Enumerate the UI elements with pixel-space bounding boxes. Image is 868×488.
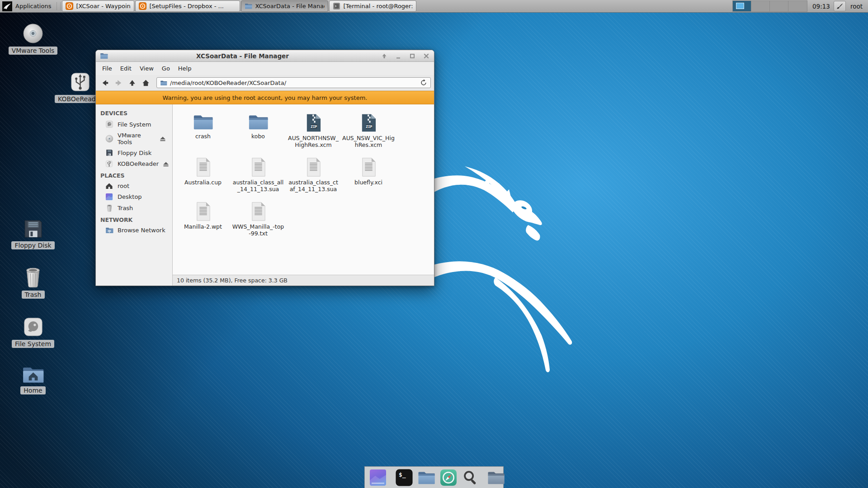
status-bar: 10 items (35.2 MB), Free space: 3.3 GB — [173, 275, 434, 286]
desktop-icon-floppy-disk[interactable]: Floppy Disk — [11, 219, 55, 249]
workspace-switcher — [732, 0, 807, 12]
file-name: AUS_NORTHNSW_HighRes.xcm — [287, 135, 340, 148]
file-item[interactable]: crash — [175, 108, 231, 152]
forward-button[interactable] — [113, 77, 125, 89]
brush-applet-button[interactable] — [834, 1, 846, 11]
file-name: australia_class_ctaf_14_11_13.sua — [287, 179, 340, 192]
file-name: AUS_NSW_VIC_HighRes.xcm — [342, 135, 395, 148]
desktop-icon-vmware-tools[interactable]: VMware Tools — [11, 23, 55, 55]
maximize-button[interactable] — [409, 52, 416, 60]
floppy-icon — [23, 219, 43, 239]
reload-button[interactable] — [420, 79, 427, 86]
home-button[interactable] — [140, 77, 152, 89]
file-name: Australia.cup — [184, 179, 222, 186]
taskbar-button-terminal[interactable]: [Terminal - root@Roger: ~] — [329, 0, 416, 12]
trash-icon — [24, 267, 42, 288]
sidebar-item-trash[interactable]: Trash — [96, 202, 172, 214]
sidebar-item-koboereader[interactable]: KOBOeReader — [96, 158, 172, 169]
desktop-icon-label: VMware Tools — [9, 47, 58, 55]
desktop-icon-home[interactable]: Home — [11, 365, 55, 394]
file-item[interactable]: australia_class_all_14_11_13.sua — [231, 152, 286, 197]
file-item[interactable]: Australia.cup — [175, 152, 231, 197]
eject-button[interactable] — [160, 136, 166, 141]
workspace-1[interactable] — [733, 1, 751, 11]
dock-terminal-button[interactable] — [395, 469, 413, 487]
minimize-button[interactable] — [395, 52, 402, 60]
menu-help[interactable]: Help — [174, 63, 196, 74]
workspace-window-preview — [736, 3, 744, 9]
clock[interactable]: 09:13 — [809, 0, 834, 12]
taskbar-button-setupfiles[interactable]: [SetupFiles - Dropbox - ... — [135, 0, 240, 12]
file-item[interactable]: australia_class_ctaf_14_11_13.sua — [286, 152, 341, 197]
root-warning-banner: Warning, you are using the root account,… — [96, 91, 434, 104]
path-input[interactable] — [170, 80, 417, 86]
shade-button[interactable] — [381, 52, 388, 60]
desktop-settings-icon — [369, 469, 387, 487]
window-titlebar[interactable]: XCSoarData - File Manager — [96, 50, 434, 62]
dock-browser-button[interactable] — [439, 469, 458, 487]
sidebar-header-network: NETWORK — [96, 214, 172, 225]
desktop-icon-file-system[interactable]: File System — [11, 316, 55, 348]
search-icon — [462, 469, 479, 486]
close-button[interactable] — [423, 52, 430, 60]
dock-search-button[interactable] — [462, 469, 479, 487]
taskbar-button-xcsoar[interactable]: [XCSoar - Waypoint Dow... — [62, 0, 134, 12]
sidebar-header-places: PLACES — [96, 169, 172, 181]
menu-file[interactable]: File — [98, 63, 116, 74]
desktop-icon — [105, 193, 113, 201]
text-file-icon — [360, 157, 377, 177]
sidebar-header-devices: DEVICES — [96, 107, 172, 118]
applications-menu-button[interactable]: Applications — [0, 0, 56, 12]
sidebar-item-desktop[interactable]: Desktop — [96, 191, 172, 202]
menu-go[interactable]: Go — [158, 63, 174, 74]
desktop: Applications [XCSoar - Waypoint Dow... [… — [0, 0, 868, 488]
zip-file-icon — [360, 113, 377, 133]
dock-folder-button[interactable] — [487, 469, 505, 487]
file-name: WWS_Manilla_-top-99.txt — [232, 223, 284, 237]
eject-button[interactable] — [163, 161, 169, 167]
file-item[interactable]: Manilla-2.wpt — [175, 197, 231, 241]
sidebar-item-floppy-disk[interactable]: Floppy Disk — [96, 147, 172, 158]
file-item[interactable]: AUS_NORTHNSW_HighRes.xcm — [286, 108, 341, 152]
sidebar-item-browse-network[interactable]: Browse Network — [96, 225, 172, 235]
top-panel: Applications [XCSoar - Waypoint Dow... [… — [0, 0, 868, 13]
sidebar-item-vmware-tools[interactable]: VMware Tools — [96, 130, 172, 147]
file-item[interactable]: bluefly.xci — [341, 152, 396, 197]
home-icon — [105, 183, 113, 189]
xcsoar-icon — [139, 2, 146, 10]
file-item[interactable]: WWS_Manilla_-top-99.txt — [231, 197, 286, 241]
usb-drive-icon — [70, 71, 91, 93]
workspace-4[interactable] — [788, 1, 807, 11]
sidebar-item-file-system[interactable]: File System — [96, 118, 172, 130]
applications-menu-label: Applications — [15, 3, 51, 9]
browser-icon — [439, 469, 458, 487]
taskbar-button-label: [Terminal - root@Roger: ~] — [343, 3, 413, 9]
file-item[interactable]: kobo — [231, 108, 286, 152]
file-name: kobo — [251, 133, 265, 140]
menu-edit[interactable]: Edit — [116, 63, 136, 74]
workspace-3[interactable] — [770, 1, 788, 11]
folder-icon — [193, 113, 213, 131]
taskbar-button-label: [XCSoar - Waypoint Dow... — [76, 3, 131, 9]
sidebar-item-root[interactable]: root — [96, 181, 172, 191]
back-button[interactable] — [99, 77, 111, 89]
menu-view[interactable]: View — [136, 63, 158, 74]
dock-desktop-settings-button[interactable] — [369, 469, 387, 487]
dock-file-manager-button[interactable] — [417, 469, 435, 487]
text-file-icon — [250, 202, 267, 221]
desktop-icon-trash[interactable]: Trash — [11, 267, 55, 299]
kali-logo-icon — [2, 1, 12, 11]
text-file-icon — [250, 157, 267, 177]
network-folder-icon — [105, 227, 113, 234]
file-view[interactable]: crash kobo AUS_NORTHNSW_HighRes.xcm — [173, 104, 434, 275]
taskbar-button-file-manager[interactable]: XCSoarData - File Manager — [241, 0, 328, 12]
path-bar[interactable] — [156, 77, 431, 88]
path-folder-icon — [160, 80, 167, 86]
file-item[interactable]: AUS_NSW_VIC_HighRes.xcm — [341, 108, 396, 152]
terminal-icon — [333, 2, 340, 10]
sidebar-item-label: File System — [118, 121, 151, 128]
up-button[interactable] — [126, 77, 138, 89]
file-name: bluefly.xci — [354, 179, 382, 186]
workspace-2[interactable] — [751, 1, 770, 11]
file-name: Manilla-2.wpt — [184, 223, 222, 230]
